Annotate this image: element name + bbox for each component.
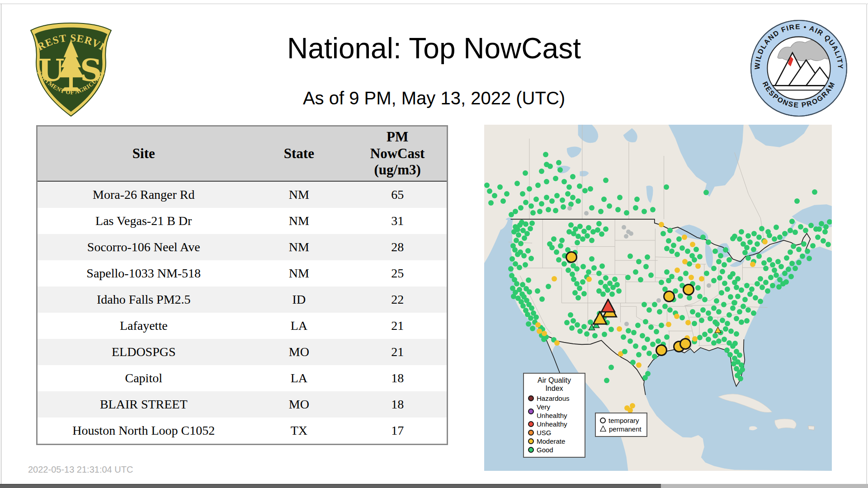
monitor-dot bbox=[717, 275, 722, 281]
monitor-dot bbox=[739, 319, 744, 325]
aqi-legend-item: Unhealthy bbox=[528, 420, 580, 428]
monitor-dot bbox=[599, 231, 604, 237]
aqi-legend-title: Air Quality Index bbox=[528, 376, 580, 393]
monitor-dot bbox=[642, 302, 647, 307]
monitor-dot bbox=[666, 238, 671, 244]
monitor-dot bbox=[624, 210, 629, 216]
monitor-dot bbox=[565, 191, 571, 197]
monitor-dot bbox=[621, 334, 626, 340]
monitor-dot bbox=[732, 300, 737, 305]
monitor-dot bbox=[541, 337, 547, 342]
monitor-dot bbox=[624, 234, 628, 239]
monitor-dot bbox=[556, 257, 561, 263]
monitor-dot bbox=[602, 332, 607, 337]
monitor-dot bbox=[513, 209, 518, 214]
svg-text:S: S bbox=[80, 52, 102, 88]
monitor-dot bbox=[635, 323, 641, 328]
monitor-dot bbox=[767, 257, 772, 263]
monitor-dot bbox=[530, 326, 535, 331]
monitor-dot bbox=[734, 316, 739, 321]
permanent-triangle-icon bbox=[600, 425, 606, 433]
monitor-dot bbox=[712, 249, 718, 254]
monitor-dot bbox=[674, 314, 679, 319]
monitor-dot bbox=[703, 190, 709, 195]
monitor-dot bbox=[678, 293, 683, 299]
table-cell: 21 bbox=[348, 313, 447, 339]
aqi-legend-item: Good bbox=[528, 446, 580, 454]
monitor-dot bbox=[514, 181, 520, 186]
forest-service-logo: FOREST SERVICE DEPARTMENT OF AGRICULTURE… bbox=[25, 22, 117, 119]
monitor-dot bbox=[527, 289, 532, 295]
monitor-dot bbox=[793, 266, 798, 271]
monitor-dot bbox=[708, 316, 713, 321]
monitor-dot bbox=[693, 247, 699, 252]
monitor-dot bbox=[484, 183, 490, 188]
monitor-dot bbox=[500, 198, 506, 204]
monitor-dot bbox=[564, 320, 570, 325]
monitor-dot bbox=[520, 191, 525, 197]
monitor-dot bbox=[805, 249, 810, 254]
table-cell: 22 bbox=[348, 286, 447, 313]
monitor-dot bbox=[699, 318, 704, 323]
monitor-dot bbox=[702, 332, 708, 337]
table-cell: NM bbox=[250, 234, 349, 260]
generated-timestamp: 2022-05-13 21:31:04 UTC bbox=[28, 465, 133, 475]
monitor-dot bbox=[626, 328, 631, 333]
horizontal-scrollbar-thumb[interactable] bbox=[0, 484, 661, 488]
monitor-dot bbox=[554, 193, 560, 198]
monitor-dot bbox=[554, 249, 559, 255]
monitor-dot bbox=[625, 275, 631, 280]
monitor-dot bbox=[772, 267, 777, 273]
monitor-dot bbox=[636, 362, 642, 368]
monitor-dot bbox=[633, 269, 638, 275]
table-cell: 65 bbox=[348, 181, 447, 208]
monitor-dot bbox=[659, 222, 664, 227]
monitor-dot bbox=[577, 183, 582, 189]
top-site-marker bbox=[679, 338, 691, 350]
table-cell: BLAIR STREET bbox=[37, 391, 250, 418]
monitor-dot bbox=[775, 259, 781, 264]
monitor-dot bbox=[627, 338, 633, 344]
table-row: LafayetteLA21 bbox=[37, 313, 448, 339]
monitor-dot bbox=[643, 319, 648, 324]
monitor-dot bbox=[669, 249, 675, 254]
monitor-dot bbox=[630, 360, 636, 365]
monitor-dot bbox=[576, 295, 581, 300]
monitor-dot bbox=[744, 283, 750, 288]
monitor-dot bbox=[714, 321, 720, 327]
monitor-dot bbox=[666, 278, 671, 283]
aqi-legend-label: Very Unhealthy bbox=[537, 403, 580, 420]
monitor-dot bbox=[697, 254, 703, 259]
monitor-dot bbox=[633, 205, 638, 211]
aqi-legend-label: Unhealthy bbox=[537, 420, 567, 428]
monitor-dot bbox=[582, 188, 588, 193]
aqi-legend-item: Very Unhealthy bbox=[528, 403, 580, 420]
monitor-dot bbox=[700, 235, 706, 240]
monitor-dot bbox=[724, 347, 730, 353]
monitor-dot bbox=[704, 271, 709, 276]
monitor-dot bbox=[577, 286, 582, 291]
monitor-dot bbox=[517, 265, 522, 270]
monitor-dot bbox=[683, 271, 689, 276]
monitor-dot bbox=[559, 238, 565, 243]
table-cell: ID bbox=[250, 286, 349, 313]
monitor-dot bbox=[732, 341, 738, 346]
monitor-dot bbox=[682, 259, 688, 264]
monitor-dot bbox=[535, 183, 541, 188]
monitor-dot bbox=[650, 207, 656, 212]
monitor-dot bbox=[492, 193, 497, 198]
monitor-dot bbox=[759, 226, 764, 231]
monitor-dot bbox=[728, 294, 733, 300]
monitor-dot bbox=[758, 299, 763, 304]
monitor-dot bbox=[747, 291, 753, 297]
table-cell: 18 bbox=[348, 365, 447, 391]
monitor-dot bbox=[575, 322, 580, 328]
monitor-dot bbox=[539, 169, 544, 174]
monitor-dot bbox=[522, 235, 527, 241]
monitor-dot bbox=[685, 320, 691, 325]
monitor-dot bbox=[760, 285, 765, 290]
monitor-dot bbox=[539, 201, 544, 206]
monitor-dot bbox=[622, 349, 627, 354]
monitor-dot bbox=[725, 321, 730, 326]
table-cell: 31 bbox=[348, 208, 447, 234]
